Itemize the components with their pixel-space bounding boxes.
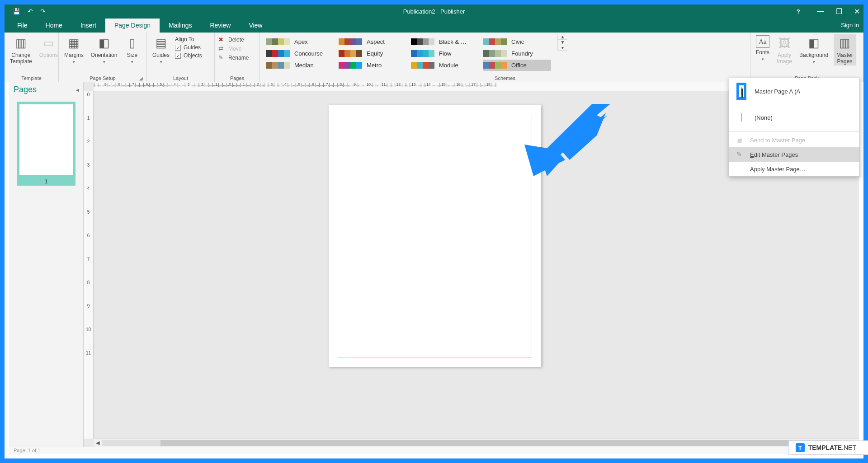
scheme-civic[interactable]: Civic [483,36,551,47]
apply-image-button[interactable]: 🖼 Apply Image [775,34,794,65]
master-pages-dropdown: Master Page A (A (None) ▣ Send to Master… [729,78,860,177]
template-icon: ▥ [13,35,28,51]
ribbon: ▥ Change Template ▭ Options Template ▦ M… [5,33,863,82]
gallery-up-icon[interactable]: ▲ [558,34,567,40]
status-page-count: Page: 1 of 1 [14,448,40,454]
schemes-gallery[interactable]: ApexAspectBlack & …CivicConcourseEquityF… [260,33,750,82]
minimize-button[interactable]: — [817,7,824,16]
edit-master-pages-item[interactable]: ✎ Edit Master Pages [729,147,859,162]
apply-icon [736,165,745,173]
annotation-arrow-icon [520,104,615,176]
master-page-none-item[interactable]: (None) [729,104,859,131]
ribbon-tabs: File Home Insert Page Design Mailings Re… [5,18,863,33]
fonts-icon: Aa [756,35,769,48]
sign-in-link[interactable]: Sign in [841,22,859,28]
close-button[interactable]: ✕ [854,7,860,16]
maximize-button[interactable]: ❐ [836,7,842,16]
change-template-button[interactable]: ▥ Change Template [8,34,34,65]
page-thumbnail[interactable]: 1 [17,102,75,186]
group-schemes-label: Schemes [264,74,746,82]
size-icon: ▯ [124,35,140,51]
redo-icon[interactable]: ↷ [40,8,46,15]
options-icon: ▭ [41,35,56,51]
scheme-median[interactable]: Median [266,60,334,71]
scheme-metro[interactable]: Metro [339,60,406,71]
pages-panel: Pages◂ 1 [9,82,84,447]
collapse-icon[interactable]: ◂ [76,87,79,93]
tab-file[interactable]: File [8,19,37,33]
move-page-button[interactable]: ⇄Move [218,45,249,52]
master-page-a-item[interactable]: Master Page A (A [729,78,859,104]
send-icon: ▣ [736,136,745,144]
margins-button[interactable]: ▦ Margins ▾ [62,34,85,65]
tab-review[interactable]: Review [201,19,240,33]
gallery-down-icon[interactable]: ▼ [558,40,567,45]
horizontal-scrollbar[interactable]: ◀ ▶ [94,439,859,447]
scroll-left-icon[interactable]: ◀ [94,440,102,446]
delete-icon: ✖ [218,36,226,43]
scheme-equity[interactable]: Equity [339,48,406,59]
send-to-master-page-item: ▣ Send to Master Page [729,133,859,147]
background-button[interactable]: ◧ Background ▾ [797,34,830,65]
margin-guides [338,114,532,358]
options-button[interactable]: ▭ Options [38,34,60,59]
vertical-ruler: 01234567891011 [84,91,94,439]
scheme-concourse[interactable]: Concourse [266,48,334,59]
tab-insert[interactable]: Insert [71,19,105,33]
move-icon: ⇄ [218,45,226,52]
group-layout-label: Layout [151,74,211,82]
master-pages-icon: ▥ [837,35,852,51]
tab-mailings[interactable]: Mailings [160,19,201,33]
page-thumbnail-number: 1 [17,178,75,186]
tab-view[interactable]: View [240,19,271,33]
scheme-flow[interactable]: Flow [411,48,479,59]
save-icon[interactable]: 💾 [13,8,20,15]
orientation-icon: ◧ [96,35,112,51]
delete-page-button[interactable]: ✖Delete [218,36,249,43]
gallery-more-icon[interactable]: ▾ [558,45,567,51]
margins-icon: ▦ [66,35,81,51]
svg-marker-3 [524,104,610,176]
guides-button[interactable]: ▤ Guides ▾ [151,34,171,65]
scheme-module[interactable]: Module [411,60,479,71]
watermark-logo-icon: T [796,443,805,452]
background-icon: ◧ [806,35,821,51]
tab-page-design[interactable]: Page Design [105,19,160,33]
orientation-button[interactable]: ◧ Orientation ▾ [89,34,119,65]
group-template-label: Template [8,74,55,82]
master-pages-button[interactable]: ▥ Master Pages [834,34,856,65]
watermark: T TEMPLATE.NET ▸ [788,440,868,455]
title-bar: 💾 ↶ ↷ Publication2 - Publisher ? — ❐ ✕ [5,5,863,18]
scheme-foundry[interactable]: Foundry [483,48,551,59]
status-bar: Page: 1 of 1 45% [9,447,859,454]
page[interactable] [329,105,541,367]
rename-icon: ✎ [218,54,226,61]
help-icon[interactable]: ? [797,8,800,15]
scheme-office[interactable]: Office [483,60,551,71]
align-guides-checkbox[interactable]: ✓Guides [175,44,202,51]
group-pages-label: Pages [218,74,256,82]
scheme-apex[interactable]: Apex [266,36,334,47]
tab-home[interactable]: Home [37,19,71,33]
edit-icon: ✎ [736,150,745,159]
rename-page-button[interactable]: ✎Rename [218,54,249,61]
fonts-button[interactable]: Aa Fonts ▾ [754,34,771,62]
size-button[interactable]: ▯ Size ▾ [123,34,142,65]
guides-icon: ▤ [153,35,169,51]
align-to-label: Align To [175,36,202,42]
image-icon: 🖼 [777,35,792,51]
page-setup-launcher-icon[interactable]: ◢ [139,76,143,81]
undo-icon[interactable]: ↶ [28,8,33,15]
window-title: Publication2 - Publisher [403,8,465,15]
align-objects-checkbox[interactable]: ✓Objects [175,52,202,59]
apply-master-page-item[interactable]: Apply Master Page… [729,162,859,176]
pages-panel-title: Pages◂ [9,82,83,97]
scheme-black[interactable]: Black & … [411,36,479,47]
scheme-aspect[interactable]: Aspect [339,36,406,47]
group-page-setup-label: Page Setup◢ [62,74,143,82]
